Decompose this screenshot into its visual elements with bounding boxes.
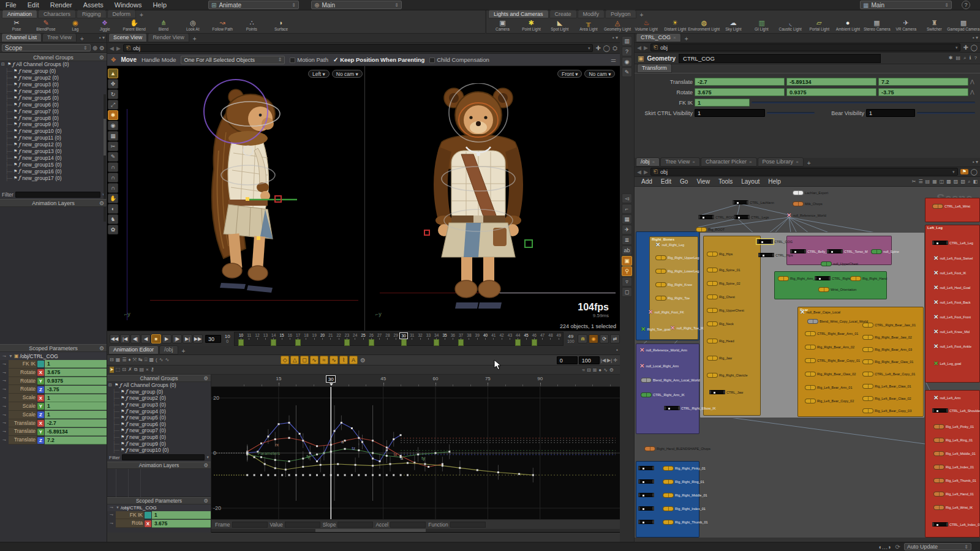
- scoped-param-value[interactable]: 1: [45, 394, 107, 402]
- scoped-param-value[interactable]: 1: [45, 402, 107, 410]
- pin-icon[interactable]: ⊸: [0, 395, 9, 400]
- scoped-param-value[interactable]: 1: [152, 511, 211, 519]
- anim-edit-tool-2[interactable]: ⊡: [122, 367, 126, 373]
- toolbar-options-icon[interactable]: ⚌: [611, 56, 616, 63]
- chevron-down-icon[interactable]: ▾: [956, 45, 958, 50]
- pin-icon[interactable]: ⊸: [0, 362, 9, 367]
- anim-edit-tool-3[interactable]: ✗: [128, 367, 132, 373]
- node-null_left_arm[interactable]: ✕null_Left_Arm: [933, 395, 960, 400]
- viewport-tool-8[interactable]: ✎: [108, 152, 118, 162]
- tab-animation-editor[interactable]: Animation Editor: [108, 345, 159, 354]
- back-icon[interactable]: ◀: [110, 45, 114, 51]
- tree-item-new_group6[interactable]: ├─⚑ƒnew_group6 (0): [107, 421, 211, 428]
- network-toolbar-icon-0[interactable]: ✂: [912, 179, 916, 185]
- node-null_left_foot_ankle[interactable]: ✕null_Left_Foot_Ankle: [933, 343, 971, 349]
- node-rig_left_bear_arm_01[interactable]: Rig_Left_Bear_Arm_01: [805, 385, 852, 390]
- shelf-tool-points[interactable]: ∴Points: [238, 19, 266, 34]
- scene-path-field[interactable]: ⎗ obj ▾: [123, 44, 594, 52]
- gear-icon[interactable]: ⚙: [99, 345, 104, 352]
- auto-update-dropdown[interactable]: Auto Update ⇕: [904, 543, 971, 550]
- node-ctrl_hips[interactable]: CTRL_Hips: [758, 253, 793, 257]
- jump-start-button[interactable]: ◀◀: [110, 334, 119, 343]
- node-right_hand_blendshape_chops[interactable]: Right_Hand_BLENDSHAPE_Chops: [644, 446, 710, 451]
- stow-icon-0[interactable]: ▥: [622, 36, 632, 46]
- filter-input[interactable]: [122, 454, 205, 460]
- stop-button[interactable]: ■: [151, 334, 161, 343]
- node-rig_right_knee[interactable]: Rig_Right_Knee: [655, 282, 692, 287]
- scene-pane-menu-icon[interactable]: ▪ ▾: [612, 35, 618, 40]
- view-name-pill[interactable]: Front ▾: [557, 70, 582, 78]
- shelf-tool-vr-camera[interactable]: ✈VR Camera: [892, 19, 919, 34]
- node-lachlan_export[interactable]: Lachlan_Export: [793, 190, 828, 195]
- node-milk_chops[interactable]: Milk_Chops: [793, 201, 823, 206]
- pin-icon[interactable]: ⊸: [0, 413, 9, 418]
- tab-transform[interactable]: Transform: [637, 64, 672, 73]
- anim-tool-8[interactable]: (: [156, 357, 157, 363]
- viewport-tool-0[interactable]: ▲: [108, 69, 118, 78]
- node-null_left_foot_ik[interactable]: ✕null_Left_Foot_IK: [933, 270, 967, 276]
- node-ctrl_lachlann[interactable]: CTRL_Lachlann: [733, 200, 774, 204]
- tree-item-new_group5[interactable]: ├─⚑ƒnew_group5 (0): [0, 94, 107, 101]
- graph-view-tool-0[interactable]: ≈: [582, 367, 584, 373]
- node-null_right_foot_fk[interactable]: ✕null_Right_Foot_FK: [648, 309, 684, 315]
- viewport-tool-11[interactable]: ∩: [108, 183, 118, 193]
- shelf-tab-lights-and-cameras[interactable]: Lights and Cameras: [488, 10, 549, 18]
- node-rig_right_bear_claw_02[interactable]: Rig_Right_Bear_Claw_02: [805, 372, 856, 377]
- anim-tool-6[interactable]: ⍗: [145, 357, 148, 363]
- snapshot-icon[interactable]: ◯: [603, 45, 610, 51]
- node-ctrl_belly_m[interactable]: CTRL_Belly_M: [790, 249, 830, 253]
- tree-item-new_group[interactable]: ├─⚑ƒnew_group (0): [0, 68, 107, 75]
- translate-y-field[interactable]: -5.89134: [786, 78, 876, 86]
- shelf-tool-blendpose[interactable]: ✎BlendPose: [32, 19, 60, 34]
- node-ctrl_left_shoulder[interactable]: CTRL_Left_Shoulder: [932, 408, 980, 413]
- tree-item-new_group17[interactable]: ├─⚑ƒnew_group17 (0): [0, 174, 107, 181]
- scoped-row-scale-y[interactable]: ⊸ScaleY1: [0, 402, 107, 411]
- tree-item-new_group[interactable]: ├─⚑ƒnew_group (0): [107, 389, 211, 395]
- keyframe-tick[interactable]: [434, 339, 439, 346]
- anim-toggle-7[interactable]: A: [349, 356, 358, 364]
- tree-item-new_group4[interactable]: ├─⚑ƒnew_group4 (0): [0, 88, 107, 95]
- graph-view-tool-5[interactable]: ⚙: [609, 367, 614, 373]
- current-frame-field[interactable]: 30: [205, 335, 221, 343]
- shelf-tool-sky-light[interactable]: ☁Sky Light: [720, 19, 747, 34]
- message-bubble-icon[interactable]: ◖…◗: [878, 544, 892, 550]
- gear-icon[interactable]: ⚙: [203, 498, 208, 504]
- stow-icon-2[interactable]: ◉: [622, 57, 632, 67]
- tree-item-new_group15[interactable]: ├─⚑ƒnew_group15 (0): [0, 161, 107, 168]
- node-rig_jaw[interactable]: Rig_Jaw: [707, 356, 732, 361]
- shelf-tool-distant-light[interactable]: ☀Distant Light: [662, 19, 689, 34]
- tab--obj[interactable]: /obj×: [636, 157, 660, 167]
- anim-range-start-field[interactable]: 0: [557, 356, 578, 364]
- next-key-button[interactable]: ▶|: [183, 334, 192, 343]
- node-wrist_orientation[interactable]: Wrist_Orientation: [818, 287, 856, 292]
- node-rig_left_bear_copy_02[interactable]: Rig_Left_Bear_Copy_02: [805, 399, 854, 403]
- rotate-x-field[interactable]: 3.675: [695, 88, 785, 96]
- viewport-tool-14[interactable]: ♞: [108, 214, 118, 224]
- scoped-row-scale-z[interactable]: ⊸ScaleZ1: [0, 411, 107, 419]
- scoped-row-rotate-z[interactable]: ⊸RotateZ-3.75: [0, 385, 107, 394]
- tab-character-picker[interactable]: Character Picker×: [701, 157, 757, 167]
- anim-toggle-1[interactable]: △: [290, 356, 299, 364]
- node-ctrl_right_bear_arm_01[interactable]: CTRL_Right_Bear_Arm_01: [805, 331, 858, 336]
- net-strip-icon-2[interactable]: ▦: [622, 214, 632, 224]
- link-icon[interactable]: ◯: [971, 44, 978, 51]
- viewport-tool-13[interactable]: ◐: [108, 204, 118, 214]
- scoped-param-value[interactable]: -5.89134: [45, 428, 107, 436]
- graph-view-tool-1[interactable]: ⊟: [587, 367, 591, 373]
- keep-position-checkbox[interactable]: ✓ Keep Position When Parenting: [333, 56, 424, 63]
- left-pane-menu-icon[interactable]: ▪ ▾: [99, 35, 105, 40]
- scoped-param-value[interactable]: 1: [45, 411, 107, 419]
- node-unnamed[interactable]: [638, 493, 654, 497]
- node-rig_right_middle_01[interactable]: Rig_Right_Middle_01: [663, 493, 707, 498]
- handle-mode-button[interactable]: Handle Mode: [141, 56, 176, 63]
- shelf-tool-surface[interactable]: ◗Surface: [267, 19, 295, 34]
- tree-item-new_group6[interactable]: ├─⚑ƒnew_group6 (0): [0, 101, 107, 108]
- node-null_reference_world[interactable]: ✕null_Reference_World: [786, 212, 826, 218]
- anim-tool-9[interactable]: ∿: [159, 357, 164, 363]
- menu-windows[interactable]: Windows: [109, 0, 148, 10]
- node-null_left_foot_back[interactable]: ✕null_Left_Foot_Back: [933, 299, 971, 305]
- tree-item-new_group16[interactable]: ├─⚑ƒnew_group16 (0): [0, 168, 107, 174]
- ladder-icon[interactable]: ⋀: [970, 79, 974, 84]
- anim-edit-tool-1[interactable]: ⬚: [116, 367, 121, 373]
- tree-item-new_group13[interactable]: ├─⚑ƒnew_group13 (0): [0, 148, 107, 155]
